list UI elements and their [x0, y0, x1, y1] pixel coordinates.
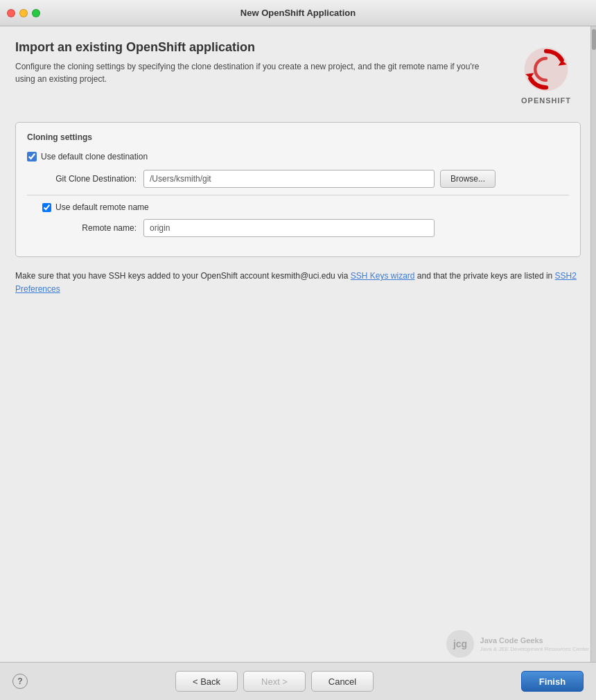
svg-point-0 [525, 48, 568, 91]
watermark-subtitle: Java & JEE Development Resources Center [480, 646, 589, 652]
remote-name-label: Remote name: [33, 223, 143, 233]
bottom-left: ? [12, 674, 28, 689]
main-content: Import an existing OpenShift application… [0, 26, 596, 662]
cloning-settings-title: Cloning settings [27, 132, 569, 142]
git-clone-input[interactable] [143, 170, 435, 188]
logo-label: OPENSHIFT [521, 96, 571, 105]
use-default-clone-row: Use default clone destination [27, 152, 569, 161]
title-bar: New OpenShift Application [0, 0, 596, 26]
openshift-logo: OPENSHIFT [511, 40, 581, 110]
ssh-keys-wizard-link[interactable]: SSH Keys wizard [351, 271, 415, 281]
help-button[interactable]: ? [12, 674, 28, 689]
use-default-remote-label: Use default remote name [55, 202, 149, 212]
window-title: New OpenShift Application [240, 8, 356, 18]
watermark-area: jcg Java Code Geeks Java & JEE Developme… [446, 629, 589, 658]
use-default-clone-checkbox[interactable] [27, 152, 37, 161]
close-button[interactable] [7, 9, 15, 17]
git-clone-label: Git Clone Destination: [33, 174, 143, 184]
browse-button[interactable]: Browse... [440, 170, 496, 188]
git-clone-row: Git Clone Destination: Browse... [27, 170, 569, 188]
use-default-remote-checkbox[interactable] [42, 203, 51, 212]
header-text: Import an existing OpenShift application… [15, 40, 505, 85]
bottom-center: < Back Next > Cancel [175, 671, 374, 692]
traffic-lights [7, 9, 40, 17]
use-default-clone-label: Use default clone destination [41, 152, 148, 161]
ssh-note-prefix: Make sure that you have SSH keys added t… [15, 271, 351, 281]
cloning-settings-box: Cloning settings Use default clone desti… [15, 122, 581, 257]
ssh-note: Make sure that you have SSH keys added t… [15, 270, 581, 296]
scrollbar[interactable] [590, 26, 596, 662]
back-button[interactable]: < Back [175, 671, 238, 692]
bottom-bar: ? < Back Next > Cancel Finish [0, 662, 596, 700]
divider [27, 195, 569, 195]
svg-text:jcg: jcg [452, 638, 466, 649]
use-default-remote-row: Use default remote name [27, 202, 569, 212]
page-title: Import an existing OpenShift application [15, 40, 505, 55]
remote-name-row: Remote name: [27, 219, 569, 237]
scrollbar-thumb[interactable] [592, 29, 596, 50]
ssh-note-middle: and that the private keys are listed in [414, 271, 554, 281]
openshift-logo-icon [522, 45, 570, 94]
cancel-button[interactable]: Cancel [311, 671, 374, 692]
bottom-right: Finish [521, 671, 584, 692]
next-button[interactable]: Next > [243, 671, 306, 692]
maximize-button[interactable] [32, 9, 40, 17]
watermark-title: Java Code Geeks [480, 636, 589, 645]
minimize-button[interactable] [19, 9, 28, 17]
header-area: Import an existing OpenShift application… [15, 40, 581, 110]
remote-name-input[interactable] [143, 219, 435, 237]
watermark-logo-icon: jcg [446, 629, 475, 658]
page-description: Configure the cloning settings by specif… [15, 60, 487, 85]
watermark-text-area: Java Code Geeks Java & JEE Development R… [480, 636, 589, 651]
finish-button[interactable]: Finish [521, 671, 584, 692]
